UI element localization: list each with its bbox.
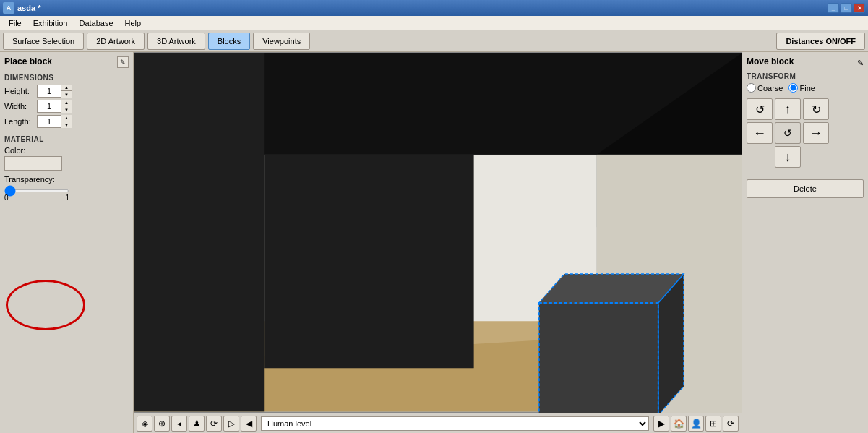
- refresh-button[interactable]: ⟳: [723, 416, 739, 432]
- length-field: Length: ▲ ▼: [4, 115, 129, 128]
- rotate-button[interactable]: ⟳: [206, 416, 222, 432]
- width-field: Width: ▲ ▼: [4, 100, 129, 113]
- slider-max-label: 1: [65, 194, 69, 202]
- titlebar: A asda * _ □ ✕: [0, 0, 868, 16]
- dimensions-header: DIMENSIONS: [4, 74, 129, 82]
- transparency-slider[interactable]: [4, 189, 69, 192]
- scene-canvas: [134, 52, 742, 413]
- transparency-section: Transparency: 0 1: [4, 175, 129, 202]
- coarse-option[interactable]: Coarse: [747, 83, 783, 93]
- walk-button[interactable]: ♟: [189, 416, 205, 432]
- nav-prev[interactable]: ◀: [241, 416, 257, 432]
- width-spin-buttons: ▲ ▼: [61, 100, 72, 113]
- coarse-label: Coarse: [757, 84, 783, 93]
- right-panel-title: Move block: [747, 56, 794, 67]
- svg-rect-12: [539, 303, 658, 413]
- close-button[interactable]: ✕: [854, 3, 865, 13]
- move-down-button[interactable]: ↓: [775, 146, 801, 168]
- right-panel: Move block ✎ TRANSFORM Coarse Fine ↺ ↑ ↻…: [742, 52, 868, 433]
- color-label: Color:: [4, 146, 129, 155]
- color-field: Color:: [4, 146, 129, 171]
- move-right-button[interactable]: →: [803, 122, 829, 144]
- menu-help[interactable]: Help: [119, 17, 147, 29]
- length-spin-buttons: ▲ ▼: [61, 115, 72, 128]
- distances-toggle[interactable]: Distances ON/OFF: [776, 33, 865, 50]
- toolbar: Surface Selection 2D Artwork 3D Artwork …: [0, 30, 868, 52]
- transform-header: TRANSFORM: [747, 72, 864, 80]
- tab-surface-selection[interactable]: Surface Selection: [3, 33, 84, 50]
- window-controls: _ □ ✕: [828, 3, 865, 13]
- play-button[interactable]: ▷: [223, 416, 239, 432]
- fine-option[interactable]: Fine: [788, 83, 815, 93]
- length-increment[interactable]: ▲: [61, 115, 72, 121]
- maximize-button[interactable]: □: [841, 3, 852, 13]
- length-input[interactable]: [38, 116, 61, 127]
- menu-database[interactable]: Database: [73, 17, 119, 29]
- app-icon: A: [3, 2, 14, 14]
- title-text: asda *: [17, 4, 828, 12]
- coarse-radio[interactable]: [747, 83, 756, 93]
- main-area: Place block ✎ DIMENSIONS Height: ▲ ▼ Wid…: [0, 52, 868, 433]
- rotate-y-button[interactable]: ↺: [775, 122, 801, 144]
- nav-next[interactable]: ▶: [653, 416, 669, 432]
- minimize-button[interactable]: _: [828, 3, 839, 13]
- height-increment[interactable]: ▲: [61, 85, 72, 91]
- view-selector: Human level: [261, 416, 649, 431]
- tab-3d-artwork[interactable]: 3D Artwork: [147, 33, 205, 50]
- slider-min-label: 0: [4, 194, 9, 202]
- back-button[interactable]: ◂: [171, 416, 187, 432]
- empty-btn-2: [803, 146, 829, 168]
- length-label: Length:: [4, 117, 37, 126]
- tab-blocks[interactable]: Blocks: [208, 33, 250, 50]
- width-label: Width:: [4, 102, 37, 111]
- width-spinbox: ▲ ▼: [37, 100, 72, 113]
- color-picker[interactable]: [4, 156, 62, 171]
- left-panel-title: Place block: [4, 56, 129, 67]
- menubar: File Exhibition Database Help: [0, 16, 868, 30]
- grid-button[interactable]: ⊞: [705, 416, 721, 432]
- left-panel-edit-icon[interactable]: ✎: [117, 56, 129, 68]
- view-select[interactable]: Human level: [261, 416, 649, 431]
- viewport-bottom-toolbar: ◈ ⊕ ◂ ♟ ⟳ ▷ ◀ Human level ▶ 🏠 👤 ⊞ ⟳: [134, 413, 742, 433]
- menu-file[interactable]: File: [3, 17, 27, 29]
- transform-grid: ↺ ↑ ↻ ← ↺ → ↓: [747, 98, 864, 168]
- annotation-circle: [6, 280, 85, 330]
- move-up-button[interactable]: ↑: [775, 98, 801, 120]
- coarse-fine-selector: Coarse Fine: [747, 83, 864, 93]
- width-input[interactable]: [38, 100, 61, 112]
- width-decrement[interactable]: ▼: [61, 106, 72, 113]
- rotate-ccw-button[interactable]: ↺: [747, 98, 773, 120]
- material-header: MATERIAL: [4, 135, 129, 143]
- height-spinbox: ▲ ▼: [37, 85, 72, 98]
- fine-radio[interactable]: [788, 83, 798, 93]
- height-input[interactable]: [38, 85, 61, 97]
- menu-exhibition[interactable]: Exhibition: [27, 17, 74, 29]
- right-panel-edit-icon[interactable]: ✎: [857, 59, 864, 68]
- height-decrement[interactable]: ▼: [61, 91, 72, 98]
- move-left-button[interactable]: ←: [747, 122, 773, 144]
- viewport[interactable]: ◈ ⊕ ◂ ♟ ⟳ ▷ ◀ Human level ▶ 🏠 👤 ⊞ ⟳: [134, 52, 742, 433]
- length-spinbox: ▲ ▼: [37, 115, 72, 128]
- empty-btn-1: [747, 146, 773, 168]
- move-button[interactable]: ⊕: [154, 416, 170, 432]
- fine-label: Fine: [799, 84, 815, 93]
- width-increment[interactable]: ▲: [61, 100, 72, 106]
- rotate-cw-button[interactable]: ↻: [803, 98, 829, 120]
- left-panel: Place block ✎ DIMENSIONS Height: ▲ ▼ Wid…: [0, 52, 134, 433]
- nav-mode-button[interactable]: ◈: [137, 416, 152, 432]
- height-label: Height:: [4, 87, 37, 95]
- scene-svg: [134, 52, 742, 413]
- person-view-button[interactable]: 👤: [688, 416, 704, 432]
- svg-rect-7: [264, 155, 473, 368]
- length-decrement[interactable]: ▼: [61, 121, 72, 128]
- home-view-button[interactable]: 🏠: [671, 416, 687, 432]
- tab-2d-artwork[interactable]: 2D Artwork: [87, 33, 145, 50]
- tab-viewpoints[interactable]: Viewpoints: [253, 33, 310, 50]
- height-spin-buttons: ▲ ▼: [61, 85, 72, 98]
- height-field: Height: ▲ ▼: [4, 85, 129, 98]
- delete-button[interactable]: Delete: [747, 179, 864, 198]
- svg-marker-11: [134, 53, 264, 412]
- transparency-slider-container: 0 1: [4, 185, 69, 202]
- transparency-label: Transparency:: [4, 175, 129, 184]
